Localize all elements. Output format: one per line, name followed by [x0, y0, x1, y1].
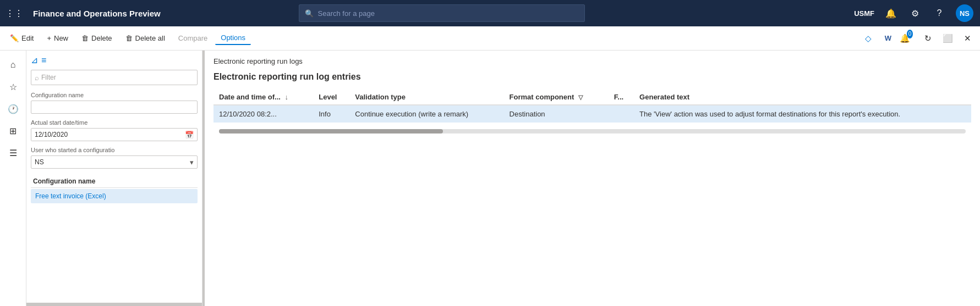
log-table: Date and time of... ↓ Level Validation t…	[213, 90, 971, 123]
col-generated-label: Generated text	[639, 93, 689, 101]
col-f-label: F...	[614, 93, 623, 101]
avatar[interactable]: NS	[956, 4, 973, 22]
nav-clock-icon[interactable]: 🕐	[3, 99, 23, 119]
nav-star-icon[interactable]: ☆	[3, 77, 23, 97]
calendar-icon[interactable]: 📅	[182, 131, 197, 139]
panel-resize-handle[interactable]	[26, 303, 202, 306]
left-nav: ⌂ ☆ 🕐 ⊞ ☰	[0, 51, 26, 306]
config-list-item[interactable]: Free text invoice (Excel)	[31, 189, 198, 203]
col-date-label: Date and time of...	[219, 93, 281, 101]
cell-date: 12/10/2020 08:2...	[213, 105, 313, 123]
cell-level: Info	[313, 105, 349, 123]
cell-validation: Continue execution (write a remark)	[349, 105, 503, 123]
col-f[interactable]: F...	[609, 90, 634, 105]
delete-icon: 🗑	[81, 34, 89, 42]
action-bar: ✏️ Edit + New 🗑 Delete 🗑 Delete all Comp…	[0, 26, 980, 51]
delete-all-button[interactable]: 🗑 Delete all	[120, 32, 171, 44]
config-name-input[interactable]	[31, 101, 198, 114]
delete-label: Delete	[91, 34, 112, 42]
entries-title: Electronic reporting run log entries	[213, 72, 971, 82]
col-level[interactable]: Level	[313, 90, 349, 105]
diamond-icon-btn[interactable]: ◇	[860, 30, 877, 47]
col-format-label: Format component	[510, 93, 574, 101]
edit-icon: ✏️	[10, 34, 19, 42]
close-icon-btn[interactable]: ✕	[959, 30, 976, 47]
search-input[interactable]	[318, 9, 579, 18]
top-nav: ⋮⋮ Finance and Operations Preview 🔍 USMF…	[0, 0, 980, 26]
filter-panel: ⊿ ≡ ⌕ Configuration name Actual start da…	[26, 51, 202, 306]
new-button[interactable]: + New	[41, 32, 74, 44]
delete-all-icon: 🗑	[125, 34, 133, 42]
col-generated[interactable]: Generated text	[634, 90, 971, 105]
nav-grid-icon[interactable]: ⊞	[3, 121, 23, 141]
start-date-input[interactable]	[31, 129, 182, 141]
content-panel: Electronic reporting run logs Electronic…	[205, 51, 980, 306]
filter-search-icon: ⌕	[35, 74, 39, 82]
filter-funnel-icon: ⊿	[31, 55, 38, 65]
horizontal-scrollbar-thumb[interactable]	[219, 129, 443, 133]
delete-button[interactable]: 🗑 Delete	[76, 32, 118, 44]
cell-generated: The 'View' action was used to adjust for…	[634, 105, 971, 123]
nav-list-icon[interactable]: ☰	[3, 143, 23, 163]
col-format[interactable]: Format component ▽	[504, 90, 609, 105]
sort-icon: ↓	[285, 93, 289, 101]
config-list-header: Configuration name	[31, 174, 198, 188]
user-select-wrap: NS ▾	[31, 155, 198, 169]
filter-panel-icon: ≡	[41, 55, 46, 65]
filter-search-input[interactable]	[41, 74, 194, 81]
user-select[interactable]: NS	[31, 156, 187, 168]
col-date[interactable]: Date and time of... ↓	[213, 90, 313, 105]
config-item-label: Free text invoice (Excel)	[35, 192, 106, 200]
search-bar: 🔍	[299, 4, 585, 22]
col-level-label: Level	[319, 93, 337, 101]
edit-label: Edit	[21, 34, 34, 42]
company-label: USMF	[854, 9, 874, 18]
options-label: Options	[221, 34, 245, 42]
action-bar-right: ◇ W 🔔 0 ↻ ⬜ ✕	[860, 30, 976, 47]
notification-icon[interactable]: 🔔	[883, 5, 899, 21]
col-validation-label: Validation type	[355, 93, 406, 101]
table-row[interactable]: 12/10/2020 08:2... Info Continue executi…	[213, 105, 971, 123]
refresh-icon-btn[interactable]: ↻	[919, 30, 936, 47]
nav-home-icon[interactable]: ⌂	[3, 55, 23, 75]
new-icon: +	[47, 34, 51, 42]
grid-menu-icon[interactable]: ⋮⋮	[7, 5, 22, 21]
chevron-down-icon: ▾	[187, 158, 197, 166]
settings-icon[interactable]: ⚙	[907, 5, 923, 21]
new-label: New	[54, 34, 68, 42]
main-layout: ⌂ ☆ 🕐 ⊞ ☰ ⊿ ≡ ⌕ Configuration name Actua…	[0, 51, 980, 306]
app-title: Finance and Operations Preview	[33, 9, 161, 18]
edit-button[interactable]: ✏️ Edit	[4, 32, 39, 44]
filter-search-box: ⌕	[31, 70, 198, 85]
table-header-row: Date and time of... ↓ Level Validation t…	[213, 90, 971, 105]
word-icon-btn[interactable]: W	[880, 30, 896, 47]
help-icon[interactable]: ?	[932, 5, 947, 21]
start-date-field: 📅	[31, 128, 198, 141]
cell-format: Destination	[504, 105, 609, 123]
nav-right: USMF 🔔 ⚙ ? NS	[854, 4, 973, 22]
cell-f	[609, 105, 634, 123]
options-button[interactable]: Options	[215, 31, 251, 45]
compare-label: Compare	[178, 34, 207, 42]
col-validation[interactable]: Validation type	[349, 90, 503, 105]
compare-button[interactable]: Compare	[173, 32, 213, 44]
delete-all-label: Delete all	[135, 34, 165, 42]
notifications-badge-btn[interactable]: 🔔 0	[900, 30, 916, 47]
breadcrumb: Electronic reporting run logs	[213, 57, 971, 65]
search-icon: 🔍	[305, 9, 314, 18]
start-date-label: Actual start date/time	[31, 119, 198, 126]
expand-icon-btn[interactable]: ⬜	[939, 30, 956, 47]
col-format-filter-icon[interactable]: ▽	[578, 94, 583, 101]
badge: 0	[907, 30, 913, 38]
user-label: User who started a configuratio	[31, 147, 198, 153]
config-name-label: Configuration name	[31, 92, 198, 98]
